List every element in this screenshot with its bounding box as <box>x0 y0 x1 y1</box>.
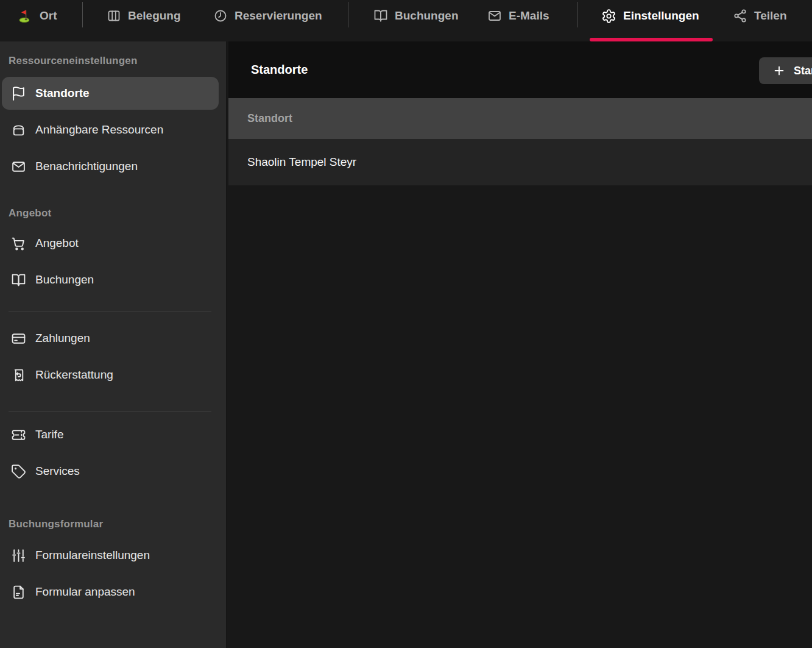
flag-icon <box>11 86 26 101</box>
share-icon <box>733 9 747 23</box>
sidebar-item-anhaengbare-ressourcen[interactable]: Anhängbare Ressourcen <box>2 113 219 146</box>
nav-item-label: Reservierungen <box>235 9 322 23</box>
mail-icon <box>487 9 502 23</box>
sidebar-item-standorte[interactable]: Standorte <box>2 77 219 110</box>
cart-icon <box>11 236 26 251</box>
nav-item-emails[interactable]: E-Mails <box>487 0 549 32</box>
nav-item-label: Buchungen <box>395 9 459 23</box>
nav-item-buchungen[interactable]: Buchungen <box>373 0 459 32</box>
sidebar-item-label: Zahlungen <box>35 332 90 345</box>
clock-icon <box>213 9 228 23</box>
mail-icon <box>11 159 26 174</box>
plus-icon <box>772 64 786 77</box>
sidebar-item-buchungen[interactable]: Buchungen <box>2 263 219 296</box>
nav-item-label: Teilen <box>754 9 787 23</box>
sidebar-item-label: Rückerstattung <box>35 368 113 382</box>
sidebar-section-header: Angebot <box>9 207 226 219</box>
nav-separator <box>82 2 83 27</box>
main-content: Standorte Standort Standort Shaolin Temp… <box>228 41 812 648</box>
sidebar-item-label: Tarife <box>35 428 63 441</box>
sidebar-item-zahlungen[interactable]: Zahlungen <box>2 322 219 355</box>
columns-icon <box>107 9 121 23</box>
sidebar-item-services[interactable]: Services <box>2 455 219 488</box>
sidebar-item-label: Benachrichtigungen <box>35 160 138 173</box>
nav-item-label: Ort <box>40 9 57 23</box>
gear-icon <box>601 9 616 24</box>
top-navbar: Ort Belegung Reservierungen Buch <box>0 0 812 41</box>
sidebar-item-label: Standorte <box>35 87 90 100</box>
book-open-icon <box>11 272 26 288</box>
main-header: Standorte Standort <box>228 41 812 98</box>
nav-item-label: E-Mails <box>509 9 549 23</box>
receipt-refund-icon <box>11 368 26 383</box>
sidebar-item-label: Anhängbare Ressourcen <box>35 123 163 137</box>
nav-item-einstellungen[interactable]: Einstellungen <box>601 0 699 32</box>
sidebar-item-tarife[interactable]: Tarife <box>2 418 219 451</box>
add-button-label: Standort <box>794 65 812 77</box>
sidebar-item-label: Angebot <box>35 237 79 250</box>
sidebar-item-formulareinstellungen[interactable]: Formulareinstellungen <box>2 539 219 572</box>
location-name: Shaolin Tempel Steyr <box>247 155 356 169</box>
file-icon <box>11 585 26 600</box>
page-title: Standorte <box>251 63 308 77</box>
sidebar-item-benachrichtigungen[interactable]: Benachrichtigungen <box>2 150 219 183</box>
sliders-icon <box>11 548 26 563</box>
nav-item-label: Einstellungen <box>623 9 699 23</box>
ticket-icon <box>11 427 26 443</box>
nav-item-label: Belegung <box>128 9 181 23</box>
nav-item-reservierungen[interactable]: Reservierungen <box>213 0 322 32</box>
golf-flag-icon <box>17 8 33 24</box>
sidebar-divider <box>9 411 211 412</box>
nav-item-ort[interactable]: Ort <box>17 0 57 32</box>
sidebar-section-header: Ressourceneinstellungen <box>9 55 226 67</box>
column-header-standort: Standort <box>247 112 292 125</box>
sidebar-item-formular-anpassen[interactable]: Formular anpassen <box>2 575 219 608</box>
sidebar-item-label: Services <box>35 465 80 478</box>
box-icon <box>11 123 26 138</box>
sidebar-item-label: Buchungen <box>35 273 94 287</box>
sidebar-item-label: Formular anpassen <box>35 585 135 599</box>
sidebar-item-angebot[interactable]: Angebot <box>2 227 219 260</box>
sidebar-item-rueckerstattung[interactable]: Rückerstattung <box>2 358 219 391</box>
nav-item-teilen[interactable]: Teilen <box>733 0 787 32</box>
table-row[interactable]: Shaolin Tempel Steyr <box>228 139 812 186</box>
tag-icon <box>11 464 26 479</box>
nav-separator <box>577 2 577 27</box>
nav-separator <box>348 2 348 27</box>
sidebar-divider <box>9 312 211 312</box>
add-standort-button[interactable]: Standort <box>759 57 812 84</box>
table-header-row: Standort <box>228 98 812 139</box>
sidebar-section-header: Buchungsformular <box>9 518 226 530</box>
app-window: Ort Belegung Reservierungen Buch <box>0 0 812 648</box>
credit-card-icon <box>11 331 26 346</box>
settings-sidebar: Ressourceneinstellungen Standorte Anhäng… <box>0 41 227 648</box>
book-open-icon <box>373 9 388 23</box>
nav-item-belegung[interactable]: Belegung <box>107 0 181 32</box>
sidebar-item-label: Formulareinstellungen <box>35 549 150 562</box>
